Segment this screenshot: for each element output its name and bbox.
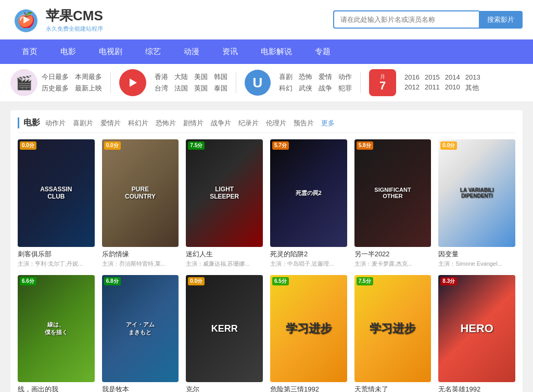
region-us[interactable]: 美国 <box>194 72 208 82</box>
poster-text-7: 線は、僕を描く <box>18 275 95 383</box>
tab-action[interactable]: 动作片 <box>45 119 66 128</box>
genre-action[interactable]: 动作 <box>338 72 352 82</box>
arrow-icon <box>119 69 146 96</box>
movie-card-7[interactable]: 線は、僕を描く 6.6分 线，画出的我 主演：横滨流星,江口洋... <box>18 275 95 392</box>
nav-home[interactable]: 首页 <box>10 40 49 64</box>
year-2012[interactable]: 2012 <box>404 83 420 93</box>
movie-title-4: 死灵的陷阱2 <box>270 250 347 259</box>
history-most[interactable]: 历史最多 <box>42 84 69 93</box>
movie-title-3: 迷幻人生 <box>186 250 263 259</box>
logo-title: 苹果CMS <box>46 7 103 25</box>
poster-text-5: SIGNIFICANTOTHER <box>354 139 432 247</box>
movie-score-5: 5.8分 <box>357 141 373 150</box>
region-tw[interactable]: 台湾 <box>155 84 168 93</box>
nav-tv[interactable]: 电视剧 <box>87 40 134 64</box>
genre-comedy[interactable]: 喜剧 <box>279 72 293 82</box>
nav-anime[interactable]: 动漫 <box>172 40 211 64</box>
genre-links: 喜剧 恐怖 爱情 动作 科幻 武侠 战争 犯罪 <box>279 72 352 93</box>
movie-card-1[interactable]: ASSASSINCLUB 0.0分 刺客俱乐部 主演：亨利·戈尔丁,丹妮... <box>18 139 95 268</box>
header: 🍎 苹果CMS 永久免费全能建站程序 搜索影片 <box>0 0 533 40</box>
movie-sub-5: 主演：麦卡梦露,杰克... <box>354 260 432 268</box>
search-input[interactable] <box>333 10 479 29</box>
movie-score-9: 0.0分 <box>188 277 205 285</box>
quick-icon: 🎬 <box>10 69 37 96</box>
divider-3 <box>360 72 361 93</box>
poster-text-11: 学习进步 <box>354 275 432 383</box>
tab-horror[interactable]: 恐怖片 <box>156 119 176 128</box>
nav-special[interactable]: 专题 <box>303 40 342 64</box>
latest[interactable]: 最新上映 <box>75 84 102 93</box>
genre-crime[interactable]: 犯罪 <box>338 84 352 93</box>
genre-wuxia[interactable]: 武侠 <box>299 84 312 93</box>
movie-sub-1: 主演：亨利·戈尔丁,丹妮... <box>18 260 95 268</box>
year-2010[interactable]: 2010 <box>445 83 460 93</box>
quick-links: 今日最多 本周最多 历史最多 最新上映 <box>42 72 102 93</box>
region-th[interactable]: 泰国 <box>214 84 227 93</box>
movie-card-3[interactable]: LIGHTSLEEPER 7.5分 迷幻人生 主演：威廉达福,苏珊娜... <box>186 139 263 268</box>
year-other[interactable]: 其他 <box>465 83 479 93</box>
tab-documentary[interactable]: 纪录片 <box>238 119 259 128</box>
nav-commentary[interactable]: 电影解说 <box>249 40 303 64</box>
tab-drama[interactable]: 剧情片 <box>183 119 204 128</box>
movie-section-header: 电影 动作片 喜剧片 爱情片 科幻片 恐怖片 剧情片 战争片 纪录片 伦理片 预… <box>18 117 515 133</box>
tab-scifi[interactable]: 科幻片 <box>128 119 148 128</box>
search-area: 搜索影片 <box>333 10 523 29</box>
region-kr[interactable]: 韩国 <box>214 72 227 82</box>
search-button[interactable]: 搜索影片 <box>479 11 523 29</box>
movie-card-5[interactable]: SIGNIFICANTOTHER 5.8分 另一半2022 主演：麦卡梦露,杰克… <box>354 139 432 268</box>
main-content: 电影 动作片 喜剧片 爱情片 科幻片 恐怖片 剧情片 战争片 纪录片 伦理片 预… <box>0 102 533 392</box>
movie-card-9[interactable]: KERR 0.0分 克尔 主演：Erdem Senocak... <box>186 275 263 392</box>
week-most[interactable]: 本周最多 <box>75 72 102 82</box>
today-most[interactable]: 今日最多 <box>42 72 69 82</box>
movie-section: 电影 动作片 喜剧片 爱情片 科幻片 恐怖片 剧情片 战争片 纪录片 伦理片 预… <box>10 110 523 392</box>
nav-movie[interactable]: 电影 <box>49 40 87 64</box>
movie-sub-4: 主演：中岛唱子,近藤理... <box>270 260 347 268</box>
year-2015[interactable]: 2015 <box>425 73 440 81</box>
movie-card-6[interactable]: LA VARIABILIDIPENDENTI 0.0分 因变量 主演：Simon… <box>438 139 515 268</box>
genre-scifi[interactable]: 科幻 <box>279 84 293 93</box>
movie-card-10[interactable]: 学习进步 6.5分 危险第三情1992 主演：库尔特拉鲁尔,宾... <box>270 275 347 392</box>
movie-card-2[interactable]: PURECOUNTRY 0.0分 乐韵情缘 主演：乔治斯特雷特,莱... <box>102 139 179 268</box>
year-2013[interactable]: 2013 <box>465 73 480 81</box>
movie-card-12[interactable]: HERO 8.3分 无名英雄1992 主演： <box>438 275 515 392</box>
genre-romance[interactable]: 爱情 <box>319 72 332 82</box>
movie-card-8[interactable]: アイ・アムまきもと 6.8分 我是牧本 主演：阿部隆史,绫方义... <box>102 275 179 392</box>
movie-card-11[interactable]: 学习进步 7.5分 天荒情未了 主演：梅尔吉布森,杰米... <box>354 275 432 392</box>
genre-war[interactable]: 战争 <box>319 84 332 93</box>
tab-comedy[interactable]: 喜剧片 <box>73 119 93 128</box>
movie-title-10: 危险第三情1992 <box>270 385 347 392</box>
tab-trailer[interactable]: 预告片 <box>294 119 314 128</box>
tab-war[interactable]: 战争片 <box>211 119 231 128</box>
svg-marker-4 <box>130 79 137 87</box>
movie-title-1: 刺客俱乐部 <box>18 250 95 259</box>
tab-more[interactable]: 更多 <box>321 119 335 128</box>
movie-score-3: 7.5分 <box>188 141 205 150</box>
movie-score-11: 7.5分 <box>357 277 373 285</box>
movie-title-7: 线，画出的我 <box>18 385 95 392</box>
region-fr[interactable]: 法国 <box>174 84 188 93</box>
movie-grid-row1: ASSASSINCLUB 0.0分 刺客俱乐部 主演：亨利·戈尔丁,丹妮... … <box>18 139 515 268</box>
tab-romance[interactable]: 爱情片 <box>100 119 121 128</box>
movie-grid-row2: 線は、僕を描く 6.6分 线，画出的我 主演：横滨流星,江口洋... アイ・アム… <box>18 275 515 392</box>
region-cn[interactable]: 大陆 <box>174 72 188 82</box>
poster-text-12: HERO <box>438 275 515 383</box>
logo-area: 🍎 苹果CMS 永久免费全能建站程序 <box>10 5 103 34</box>
movie-score-8: 6.8分 <box>104 277 121 285</box>
movie-title-12: 无名英雄1992 <box>438 385 515 392</box>
year-2011[interactable]: 2011 <box>425 83 440 93</box>
year-2014[interactable]: 2014 <box>445 73 460 81</box>
tab-ethics[interactable]: 伦理片 <box>266 119 286 128</box>
year-2016[interactable]: 2016 <box>404 73 420 81</box>
logo-text-area: 苹果CMS 永久免费全能建站程序 <box>46 7 103 33</box>
movie-score-6: 0.0分 <box>440 141 457 150</box>
nav-news[interactable]: 资讯 <box>211 40 249 64</box>
nav-variety[interactable]: 综艺 <box>134 40 172 64</box>
region-uk[interactable]: 英国 <box>194 84 208 93</box>
movie-score-2: 0.0分 <box>104 141 121 150</box>
region-hk[interactable]: 香港 <box>155 72 168 82</box>
movie-card-4[interactable]: 死霊の罠2 5.7分 死灵的陷阱2 主演：中岛唱子,近藤理... <box>270 139 347 268</box>
movie-title-6: 因变量 <box>438 250 515 259</box>
divider-2 <box>236 72 236 93</box>
divider-1 <box>110 72 111 93</box>
genre-horror[interactable]: 恐怖 <box>299 72 312 82</box>
